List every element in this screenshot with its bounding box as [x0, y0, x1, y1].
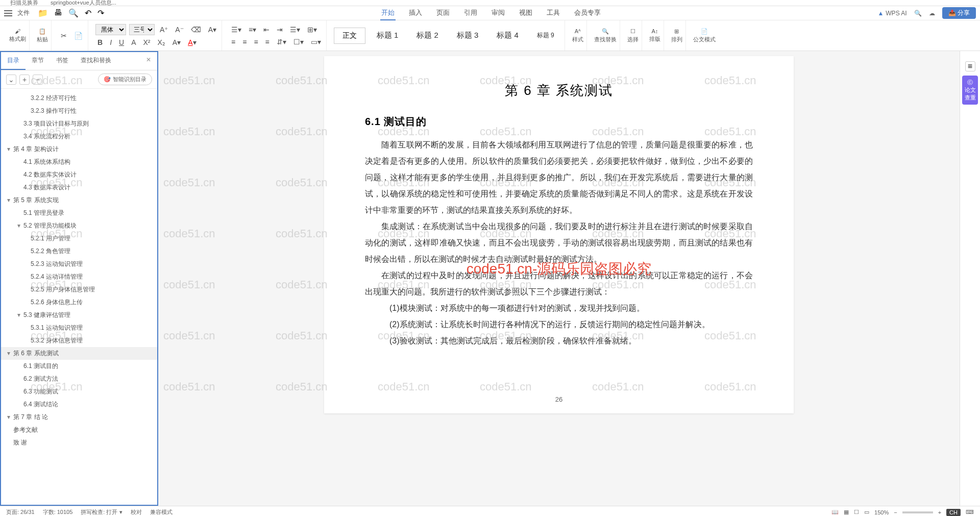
view-icon[interactable]: ▦: [844, 509, 849, 515]
font-color-icon[interactable]: A▾: [206, 24, 218, 35]
paper-check-button[interactable]: ⓒ 论文查重: [962, 76, 978, 105]
indent-icon[interactable]: ⇥: [275, 24, 285, 35]
toc-item[interactable]: 6.2 测试方法: [1, 373, 157, 385]
toc-item[interactable]: 6.1 测试目的: [1, 360, 157, 373]
tab-page[interactable]: 页面: [435, 6, 451, 20]
document-viewport[interactable]: 第 6 章 系统测试 6.1 测试目的 随着互联网不断的发展，目前各大领域都利用…: [158, 51, 960, 506]
select-button[interactable]: ☐选择: [627, 28, 639, 43]
tab-tools[interactable]: 工具: [546, 6, 561, 20]
sidebar-tab-chapter[interactable]: 章节: [26, 52, 50, 70]
underline-icon[interactable]: U: [117, 37, 126, 47]
strike-icon[interactable]: A: [129, 37, 138, 47]
save-icon[interactable]: 📁: [38, 8, 48, 18]
toc-item[interactable]: 5.2.3 运动知识管理: [1, 258, 157, 271]
border-icon[interactable]: ☐▾: [291, 37, 306, 47]
toc-item[interactable]: ▾5.3 健康评估管理: [1, 309, 157, 322]
sidebar-tab-bookmark[interactable]: 书签: [50, 52, 75, 70]
cut-icon[interactable]: ✂: [59, 31, 69, 41]
align-justify-icon[interactable]: ≡: [263, 37, 272, 47]
toc-item[interactable]: 5.1 管理员登录: [1, 207, 157, 219]
outdent-icon[interactable]: ⇤: [261, 24, 272, 35]
search-icon[interactable]: 🔍: [914, 10, 922, 17]
styles-button[interactable]: Aᴬ样式: [572, 28, 583, 43]
word-count[interactable]: 字数: 10105: [43, 508, 73, 516]
redo-icon[interactable]: ↷: [97, 8, 104, 18]
arrange-button[interactable]: A↕排版: [649, 28, 660, 43]
smart-toc-button[interactable]: 🎯智能识别目录: [98, 73, 152, 85]
toc-item[interactable]: 6.4 测试结论: [1, 398, 157, 411]
toc-item[interactable]: 5.2.1 用户管理: [1, 232, 157, 245]
view-icon[interactable]: 📖: [831, 509, 839, 515]
toc-item[interactable]: 3.3 项目设计目标与原则: [1, 117, 157, 130]
print-icon[interactable]: 🖶: [54, 8, 62, 18]
paste-button[interactable]: 📋粘贴: [37, 28, 48, 43]
toc-item[interactable]: 致 谢: [1, 436, 157, 449]
subscript-icon[interactable]: X₂: [155, 37, 167, 47]
zoom-out-button[interactable]: −: [33, 75, 43, 85]
lang-indicator[interactable]: CH: [946, 509, 961, 516]
tab-member[interactable]: 会员专享: [573, 6, 602, 20]
align-right-icon[interactable]: ≡: [252, 37, 260, 47]
zoom-level[interactable]: 150%: [874, 509, 889, 515]
tab-insert[interactable]: 插入: [408, 6, 423, 20]
wps-ai-button[interactable]: ▲WPS AI: [877, 10, 906, 17]
style-h4[interactable]: 标题 4: [489, 28, 526, 43]
undo-icon[interactable]: ↶: [85, 8, 91, 18]
font-select[interactable]: 黑体: [95, 24, 126, 35]
zoom-in-icon[interactable]: +: [938, 509, 941, 515]
toc-item[interactable]: 5.3.2 身体信息管理: [1, 334, 157, 347]
toc-item[interactable]: ▾第 6 章 系统测试: [1, 347, 157, 360]
share-button[interactable]: 📤 分享: [942, 7, 976, 19]
toc-item[interactable]: 5.2.5 用户身体信息管理: [1, 283, 157, 296]
toc-item[interactable]: 4.3 数据库表设计: [1, 181, 157, 194]
toc-item[interactable]: 3.4 系统流程分析: [1, 130, 157, 143]
format-brush-button[interactable]: 🖌格式刷: [9, 28, 26, 43]
style-body[interactable]: 正文: [334, 28, 365, 44]
window-tab[interactable]: springboot+vue人员信息...: [44, 0, 122, 7]
spacing-icon[interactable]: ⇵▾: [275, 37, 288, 47]
tab-reference[interactable]: 引用: [463, 6, 478, 20]
decrease-font-icon[interactable]: A⁻: [173, 24, 185, 35]
toc-item[interactable]: 6.3 功能测试: [1, 385, 157, 398]
toc-item[interactable]: ▾5.2 管理员功能模块: [1, 219, 157, 232]
view-icon[interactable]: ☐: [854, 509, 859, 515]
highlight-icon[interactable]: A▾: [170, 37, 183, 47]
sidebar-tab-toc[interactable]: 目录: [1, 52, 26, 70]
text-color-icon[interactable]: A▾: [186, 37, 198, 47]
toc-item[interactable]: 3.2.3 操作可行性: [1, 105, 157, 117]
toc-item[interactable]: ▾第 5 章 系统实现: [1, 194, 157, 207]
style-h3[interactable]: 标题 3: [450, 28, 486, 43]
bold-icon[interactable]: B: [95, 37, 105, 47]
toc-item[interactable]: 5.2.4 运动详情管理: [1, 271, 157, 283]
doc-mode-button[interactable]: 📄公文模式: [693, 28, 716, 43]
style-h9[interactable]: 标题 9: [530, 28, 561, 43]
tab-view[interactable]: 视图: [518, 6, 533, 20]
number-list-icon[interactable]: ≡▾: [247, 24, 258, 35]
line-spacing-icon[interactable]: ☰▾: [288, 24, 302, 35]
tab-review[interactable]: 审阅: [491, 6, 506, 20]
toc-item[interactable]: 5.2.2 角色管理: [1, 245, 157, 258]
ime-icon[interactable]: ⌨: [966, 509, 974, 515]
toc-item[interactable]: ▾第 7 章 结 论: [1, 411, 157, 424]
align-left-icon[interactable]: ≡: [229, 37, 237, 47]
cloud-icon[interactable]: ☁: [929, 10, 935, 17]
proofread-status[interactable]: 校对: [131, 508, 142, 516]
toc-item[interactable]: 参考文献: [1, 424, 157, 436]
hamburger-icon[interactable]: [4, 10, 12, 16]
sort-button[interactable]: ⊞排列: [671, 28, 682, 43]
expand-button[interactable]: ⌄: [6, 75, 16, 85]
window-tab[interactable]: 扫描兑换券: [4, 0, 44, 7]
page-indicator[interactable]: 页面: 26/31: [6, 508, 35, 516]
superscript-icon[interactable]: X²: [141, 37, 152, 47]
clear-format-icon[interactable]: ⌫: [189, 24, 203, 35]
toc-item[interactable]: ▾第 4 章 架构设计: [1, 143, 157, 156]
collapse-icon[interactable]: ≡: [965, 61, 975, 71]
toc-item[interactable]: 4.1 系统体系结构: [1, 156, 157, 168]
copy-icon[interactable]: 📄: [72, 31, 85, 41]
style-h2[interactable]: 标题 2: [409, 28, 446, 43]
file-menu[interactable]: 文件: [17, 9, 30, 17]
view-icon[interactable]: ▭: [864, 509, 869, 515]
size-select[interactable]: 三号: [129, 24, 155, 35]
toc-item[interactable]: 5.3.1 运动知识管理: [1, 322, 157, 334]
find-replace-button[interactable]: 🔍查找替换: [594, 28, 617, 43]
